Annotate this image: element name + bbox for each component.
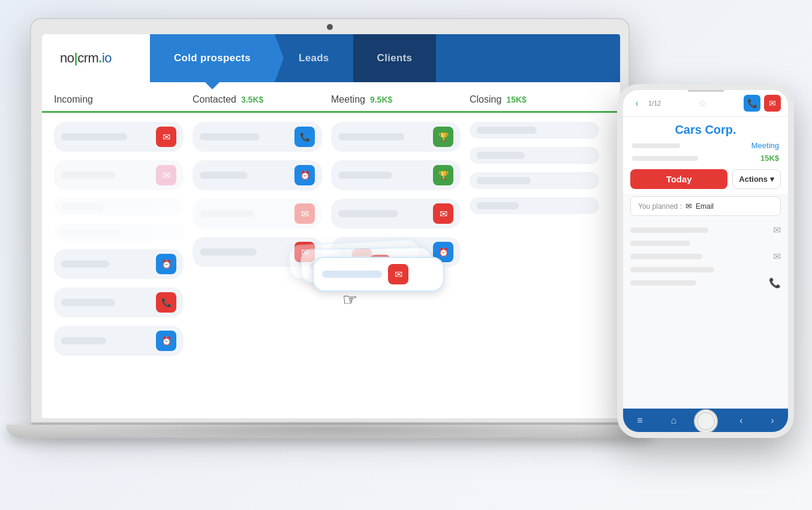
mobile-home-button[interactable] <box>694 409 718 433</box>
mobile-email-icon-1: ✉ <box>773 224 781 236</box>
mobile-phone-icon: 📞 <box>769 277 781 289</box>
list-item[interactable]: 📞 <box>54 287 184 317</box>
pipeline-col-meeting: Meeting 9.5K$ <box>331 94 470 111</box>
mobile-list-bar-2 <box>630 241 690 246</box>
pipeline-header: Incoming Contacted 3.5K$ Meeting 9.5K$ C… <box>42 82 620 113</box>
list-item[interactable] <box>470 147 599 164</box>
tab-cold-prospects-label: Cold prospects <box>174 52 251 64</box>
email-icon: ✉ <box>156 165 176 185</box>
mobile-home-inner <box>697 412 715 430</box>
clock-icon-2: ⏰ <box>156 331 176 351</box>
mobile-speaker <box>688 89 724 92</box>
chevron-down-icon: ▾ <box>770 175 774 184</box>
lead-bar <box>338 172 392 179</box>
mobile-actions-button[interactable]: Actions ▾ <box>732 169 781 189</box>
mobile-phone-btn[interactable]: 📞 <box>744 95 760 112</box>
drag-card-front[interactable]: ✉ <box>312 257 444 292</box>
mobile-email-icon-2: ✉ <box>773 251 781 262</box>
lead-bar <box>61 203 103 211</box>
col-contacted-name: Contacted <box>193 94 236 105</box>
forward-icon[interactable]: › <box>771 415 774 426</box>
mobile-today-button[interactable]: Today <box>630 169 727 189</box>
mobile-planned-email-icon: ✉ <box>685 202 692 211</box>
drag-cursor: ☞ <box>342 290 357 310</box>
mobile-info-row-1: Meeting <box>623 139 788 152</box>
mobile-list-bar-5 <box>630 280 696 286</box>
tab-cold-prospects[interactable]: Cold prospects <box>150 34 275 82</box>
list-item[interactable]: 🏆 <box>331 160 461 190</box>
col-meeting-name: Meeting <box>331 94 365 105</box>
list-item[interactable] <box>470 197 599 214</box>
email-icon: ✉ <box>388 264 408 284</box>
list-item[interactable]: ⏰ <box>54 326 184 356</box>
lead-bar <box>61 133 127 140</box>
list-item[interactable] <box>470 172 599 189</box>
list-item[interactable]: ✉ <box>331 199 461 229</box>
pipeline-col-contacted: Contacted 3.5K$ <box>193 94 331 111</box>
laptop-camera <box>327 24 333 30</box>
mobile-star-icon[interactable]: ☆ <box>661 98 744 109</box>
lead-bar <box>338 133 404 140</box>
mobile-list-item-4 <box>630 267 781 272</box>
mobile-back-arrow[interactable]: ‹ <box>630 97 643 110</box>
laptop-screen: no|crm.io Cold prospects Leads Clients <box>42 34 620 418</box>
col-meeting-value: 9.5K$ <box>370 95 392 104</box>
list-item[interactable]: ✉ <box>54 122 184 152</box>
pipeline-lane-closing <box>470 122 608 418</box>
list-item[interactable]: ⏰ <box>54 249 184 279</box>
mobile-planned-row: You planned : ✉ Email <box>630 196 781 216</box>
tab-leads[interactable]: Leads <box>275 34 353 82</box>
back-icon[interactable]: ‹ <box>739 415 742 426</box>
mobile-nav-arrows: ‹ 1/12 <box>630 97 661 110</box>
logo-crm: crm <box>77 50 98 65</box>
list-item[interactable]: ✉ <box>193 199 322 229</box>
mobile-planned-prefix: You planned : <box>638 202 682 211</box>
clock-icon: ⏰ <box>156 254 176 274</box>
mobile-company-name[interactable]: Cars Corp. <box>623 117 788 139</box>
mobile-list-bar-1 <box>630 227 708 233</box>
lead-bar <box>200 133 260 140</box>
mobile-email-btn[interactable]: ✉ <box>764 95 781 112</box>
lead-bar <box>200 210 254 217</box>
list-item[interactable]: ✉ <box>54 160 184 190</box>
pipeline-lane-contacted: 📞 ⏰ ✉ ✉ <box>193 122 331 418</box>
list-item[interactable] <box>470 122 599 139</box>
list-item[interactable]: ⏰ <box>193 160 322 190</box>
tab-clients[interactable]: Clients <box>353 34 437 82</box>
mobile-planned-type: Email <box>696 202 714 211</box>
pipeline-col-closing: Closing 15K$ <box>470 94 608 111</box>
mobile-info-row-2: 15K$ <box>623 152 788 164</box>
lead-bar <box>477 152 525 159</box>
lead-bar <box>61 260 109 268</box>
lead-bar <box>61 172 115 179</box>
mobile-actions-row: Today Actions ▾ <box>623 164 788 194</box>
logo-no: no <box>60 50 74 65</box>
trophy-icon: 🏆 <box>433 127 453 147</box>
mobile-device: ‹ 1/12 ☆ 📞 ✉ Cars Corp. Meeting 15K$ <box>617 84 794 438</box>
list-item[interactable] <box>54 224 184 241</box>
menu-icon[interactable]: ≡ <box>637 415 642 426</box>
lead-bar <box>477 177 531 184</box>
col-closing-name: Closing <box>470 94 501 105</box>
list-item[interactable]: 🏆 <box>331 122 461 152</box>
home-icon[interactable]: ⌂ <box>670 415 676 426</box>
email-icon: ✉ <box>294 203 315 224</box>
mobile-list-bar-3 <box>630 254 702 259</box>
mobile-list-bar-4 <box>630 267 714 272</box>
app-logo[interactable]: no|crm.io <box>60 50 112 66</box>
pipeline-col-incoming: Incoming <box>54 94 193 111</box>
list-item[interactable] <box>54 199 184 215</box>
list-item[interactable]: 📞 <box>193 122 322 152</box>
pipeline-body: ✉ ✉ ⏰ <box>42 113 620 418</box>
lead-bar <box>200 248 257 256</box>
clock-icon: ⏰ <box>294 165 315 185</box>
laptop-body: no|crm.io Cold prospects Leads Clients <box>30 18 630 426</box>
app-logo-area: no|crm.io <box>42 34 150 82</box>
app-header: no|crm.io Cold prospects Leads Clients <box>42 34 620 82</box>
mobile-list-item-2 <box>630 241 781 246</box>
laptop-shadow <box>90 420 570 438</box>
lead-bar <box>61 337 106 344</box>
col-closing-value: 15K$ <box>506 95 526 104</box>
mobile-list-item-5: 📞 <box>630 277 781 289</box>
email-icon: ✉ <box>156 127 176 147</box>
